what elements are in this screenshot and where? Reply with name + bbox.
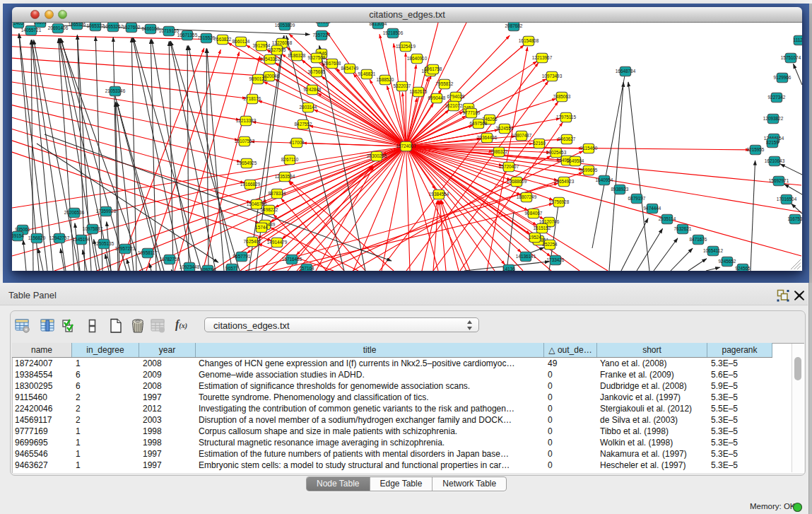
- svg-text:12505135: 12505135: [94, 241, 114, 246]
- svg-text:20364436: 20364436: [477, 135, 498, 140]
- svg-text:9146821: 9146821: [358, 71, 376, 76]
- svg-text:10688609: 10688609: [507, 179, 527, 184]
- svg-text:19524: 19524: [529, 235, 541, 240]
- svg-text:9227342: 9227342: [768, 95, 786, 100]
- svg-text:7663822: 7663822: [214, 37, 232, 42]
- svg-text:7357224: 7357224: [313, 33, 331, 37]
- svg-text:12213383: 12213383: [236, 118, 257, 123]
- svg-text:8186328: 8186328: [288, 53, 306, 58]
- svg-text:10025453: 10025453: [546, 150, 567, 155]
- svg-text:7485063: 7485063: [553, 94, 571, 99]
- svg-text:18640910: 18640910: [407, 56, 428, 61]
- svg-text:21053346: 21053346: [105, 88, 126, 93]
- svg-text:10807487: 10807487: [512, 133, 532, 138]
- svg-text:252254: 252254: [542, 242, 558, 247]
- svg-text:16782759: 16782759: [160, 257, 180, 262]
- svg-text:19384554: 19384554: [429, 192, 449, 197]
- svg-text:5322037: 5322037: [394, 83, 411, 88]
- svg-text:8215955: 8215955: [747, 147, 765, 152]
- svg-text:17975115: 17975115: [556, 115, 576, 119]
- svg-text:160538: 160538: [315, 23, 331, 24]
- svg-text:16154808: 16154808: [519, 38, 539, 43]
- svg-text:82159: 82159: [766, 140, 779, 145]
- svg-text:13226058: 13226058: [272, 40, 293, 45]
- svg-text:19166829: 19166829: [240, 182, 261, 187]
- svg-text:10107552: 10107552: [235, 139, 255, 144]
- svg-text:8471676: 8471676: [690, 237, 707, 242]
- svg-text:12093822: 12093822: [763, 116, 784, 121]
- svg-text:8813054: 8813054: [370, 23, 387, 26]
- svg-text:12353594: 12353594: [275, 174, 295, 179]
- svg-text:20691406: 20691406: [48, 25, 69, 30]
- svg-text:1649584: 1649584: [567, 158, 584, 163]
- svg-text:9084067: 9084067: [525, 211, 543, 216]
- svg-text:16648784: 16648784: [616, 69, 636, 74]
- svg-text:14055721: 14055721: [21, 28, 42, 33]
- svg-text:11325419: 11325419: [396, 44, 416, 49]
- svg-text:9890123: 9890123: [249, 76, 267, 81]
- svg-text:17957223: 17957223: [115, 246, 136, 251]
- svg-text:2803144: 2803144: [300, 105, 317, 110]
- svg-text:2867608: 2867608: [324, 61, 341, 66]
- svg-text:10719155: 10719155: [159, 28, 180, 33]
- svg-text:9657791: 9657791: [233, 254, 251, 259]
- svg-text:9777169: 9777169: [463, 110, 481, 115]
- svg-text:9115460: 9115460: [580, 146, 598, 151]
- svg-text:7986322: 7986322: [490, 149, 508, 154]
- svg-text:3675685: 3675685: [308, 69, 326, 74]
- svg-text:18807249: 18807249: [517, 194, 537, 199]
- svg-text:6961758: 6961758: [425, 66, 442, 71]
- svg-text:6466160: 6466160: [142, 26, 160, 31]
- svg-text:12213967: 12213967: [532, 55, 553, 60]
- svg-text:12942757: 12942757: [49, 235, 70, 240]
- svg-text:9242848: 9242848: [304, 87, 322, 92]
- svg-text:25300235: 25300235: [367, 153, 387, 158]
- svg-text:1065326: 1065326: [69, 23, 86, 27]
- svg-text:9327508: 9327508: [308, 55, 326, 60]
- svg-text:6794028: 6794028: [447, 94, 465, 99]
- svg-text:15744: 15744: [255, 225, 268, 230]
- svg-text:10654112: 10654112: [703, 248, 723, 253]
- svg-text:1621072: 1621072: [445, 103, 463, 108]
- svg-text:9699695: 9699695: [580, 168, 598, 173]
- svg-text:1405: 1405: [13, 23, 24, 25]
- svg-text:9245652: 9245652: [719, 259, 736, 264]
- svg-text:8660124: 8660124: [233, 39, 250, 44]
- svg-text:17016504: 17016504: [777, 197, 797, 201]
- svg-text:11123: 11123: [794, 37, 802, 42]
- svg-text:924565: 924565: [735, 266, 751, 271]
- svg-text:10923448: 10923448: [180, 264, 200, 269]
- svg-text:10975887: 10975887: [83, 226, 103, 231]
- svg-text:39154: 39154: [12, 233, 24, 238]
- svg-text:1156829: 1156829: [28, 235, 46, 240]
- svg-text:10973493: 10973493: [542, 74, 563, 78]
- svg-text:1588520: 1588520: [377, 77, 394, 82]
- svg-text:6879197: 6879197: [628, 196, 646, 201]
- svg-text:15720407: 15720407: [499, 164, 519, 169]
- svg-text:62160: 62160: [533, 141, 546, 146]
- svg-text:9463627: 9463627: [558, 136, 576, 141]
- svg-text:9327505: 9327505: [269, 47, 286, 52]
- svg-text:19654923: 19654923: [554, 179, 575, 184]
- svg-text:15751074: 15751074: [781, 55, 801, 60]
- svg-text:96577: 96577: [225, 266, 238, 271]
- svg-text:9129966: 9129966: [774, 75, 792, 80]
- svg-text:14914479: 14914479: [267, 240, 288, 245]
- svg-text:6497568: 6497568: [470, 121, 488, 126]
- svg-text:7515526: 7515526: [198, 35, 216, 40]
- svg-text:417004: 417004: [289, 140, 305, 145]
- svg-text:116753: 116753: [788, 216, 802, 221]
- svg-text:14136141: 14136141: [516, 254, 536, 259]
- svg-text:1733426: 1733426: [547, 257, 565, 262]
- svg-text:19218506: 19218506: [383, 30, 404, 35]
- svg-text:2718176: 2718176: [244, 96, 261, 101]
- svg-text:6990448: 6990448: [428, 95, 446, 100]
- svg-text:1362615: 1362615: [410, 89, 428, 94]
- svg-text:1345194: 1345194: [73, 237, 90, 242]
- svg-text:157164: 157164: [299, 266, 314, 271]
- svg-text:20691: 20691: [34, 23, 47, 25]
- svg-text:10958117: 10958117: [138, 250, 158, 255]
- svg-text:9474444: 9474444: [644, 206, 661, 211]
- svg-text:7955812: 7955812: [436, 81, 454, 86]
- svg-text:10543362: 10543362: [260, 57, 281, 62]
